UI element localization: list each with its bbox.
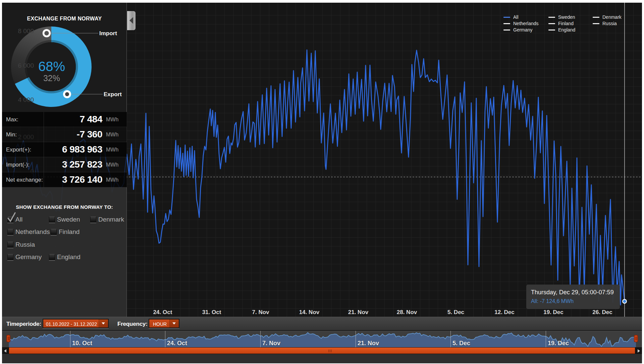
svg-text:Export: Export [104, 91, 122, 98]
svg-text:68%: 68% [38, 59, 65, 74]
svg-text:32%: 32% [43, 73, 60, 83]
svg-text:Import: Import [99, 30, 117, 37]
